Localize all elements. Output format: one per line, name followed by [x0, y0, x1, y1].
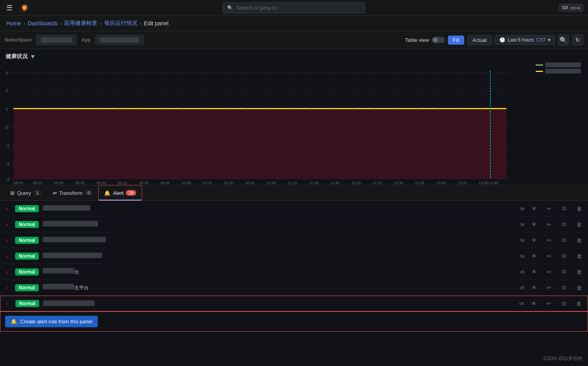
svg-text:09:45: 09:45 [160, 181, 170, 185]
table-view-switch[interactable] [432, 37, 445, 43]
copy-button[interactable]: ⧉ [558, 298, 569, 309]
breadcrumb-sep1: › [23, 20, 25, 26]
delete-button[interactable]: 🗑 [574, 235, 585, 246]
filter-bar: NameSpace App Table view Fill Actual 🕐 L… [0, 31, 588, 49]
view-button[interactable]: 👁 [529, 235, 540, 246]
health-icon: ♥ [31, 53, 35, 60]
table-view-toggle[interactable]: Table view [405, 37, 445, 43]
breadcrumb-project-status[interactable]: 项目运行情况 [104, 20, 137, 27]
expand-button[interactable]: › [3, 253, 11, 259]
expand-button[interactable]: › [4, 301, 11, 306]
svg-text:10:15: 10:15 [203, 181, 212, 185]
namespace-filter[interactable] [36, 35, 77, 45]
view-button[interactable]: 👁 [529, 203, 540, 214]
svg-text:11:45: 11:45 [330, 181, 340, 185]
breadcrumb-home[interactable]: Home [6, 20, 21, 26]
tab-alert-badge: 29 [126, 190, 136, 196]
edit-button[interactable]: ✏ [544, 203, 555, 214]
svg-text:11:15: 11:15 [288, 181, 297, 185]
search-bar[interactable]: 🔍 Search or jump to... [223, 2, 365, 13]
alert-name [43, 205, 509, 212]
breadcrumb-dashboards[interactable]: Dashboards [28, 20, 58, 26]
copy-button[interactable]: ⧉ [559, 235, 570, 246]
expand-button[interactable]: › [3, 222, 11, 227]
delete-button[interactable]: 🗑 [574, 266, 585, 277]
svg-text:09:00: 09:00 [97, 181, 106, 185]
chart-title-row: 健康状况 ♥ [6, 53, 582, 60]
svg-text:10:00: 10:00 [181, 181, 191, 185]
keyboard-shortcut: ⌨ ctrl+k [559, 4, 583, 11]
chart-area: 健康状况 ♥ 3 2 1 0 -1 -2 -3 [0, 49, 588, 185]
edit-button[interactable]: ✏ [544, 251, 555, 262]
view-button[interactable]: 👁 [529, 282, 540, 293]
copy-button[interactable]: ⧉ [559, 282, 570, 293]
svg-text:08:30: 08:30 [54, 181, 64, 185]
breadcrumb-sep2: › [60, 20, 62, 26]
svg-point-1 [23, 6, 26, 9]
refresh-button[interactable]: ↻ [572, 34, 583, 45]
bell-outline-icon: 🔔 [11, 319, 17, 324]
alert-row: › Normal ok 👁 ✏ ⧉ 🗑 [0, 217, 588, 232]
fill-button[interactable]: Fill [448, 36, 464, 45]
expand-button[interactable]: › [3, 285, 11, 291]
copy-button[interactable]: ⧉ [559, 219, 570, 230]
edit-button[interactable]: ✏ [543, 298, 554, 309]
expand-button[interactable]: › [3, 269, 11, 275]
table-view-label: Table view [405, 37, 429, 43]
delete-button[interactable]: 🗑 [574, 251, 585, 262]
chart-container: 3 2 1 0 -1 -2 -3 [6, 62, 582, 185]
svg-text:13:15: 13:15 [457, 181, 467, 185]
svg-text:08:00: 08:00 [13, 181, 23, 185]
copy-button[interactable]: ⧉ [559, 266, 570, 277]
svg-text:11:00: 11:00 [266, 181, 276, 185]
svg-text:1: 1 [6, 107, 8, 111]
tab-transform[interactable]: ⇌ Transform 0 [47, 185, 99, 201]
tabs-bar: ⊞ Query 1 ⇌ Transform 0 🔔 Alert 29 [0, 185, 588, 201]
app-label: App [82, 37, 91, 43]
delete-button[interactable]: 🗑 [574, 282, 585, 293]
edit-button[interactable]: ✏ [544, 219, 555, 230]
alert-name [43, 253, 509, 259]
svg-text:0: 0 [6, 125, 8, 130]
tab-alert[interactable]: 🔔 Alert 29 [98, 185, 142, 201]
svg-text:08:45: 08:45 [75, 181, 85, 185]
time-range-picker[interactable]: 🕐 Last 6 hours CST ▾ [495, 35, 555, 45]
edit-button[interactable]: ✏ [544, 235, 555, 246]
zoom-out-icon: 🔍 [560, 36, 567, 44]
edit-button[interactable]: ✏ [544, 266, 555, 277]
svg-text:2: 2 [6, 88, 8, 93]
delete-button[interactable]: 🗑 [574, 203, 585, 214]
view-button[interactable]: 👁 [529, 251, 540, 262]
delete-button[interactable]: 🗑 [574, 219, 585, 230]
database-icon: ⊞ [10, 190, 15, 196]
view-button[interactable]: 👁 [529, 219, 540, 230]
status-badge: Normal [15, 237, 39, 244]
alert-name [43, 300, 508, 307]
app-filter[interactable] [95, 35, 144, 45]
create-alert-button[interactable]: 🔔 Create alert rule from this panel [5, 316, 98, 327]
edit-button[interactable]: ✏ [544, 282, 555, 293]
view-button[interactable]: 👁 [528, 298, 539, 309]
view-button[interactable]: 👁 [529, 266, 540, 277]
topbar: ☰ 🔍 Search or jump to... ⌨ ctrl+k [0, 0, 588, 16]
status-badge: Normal [15, 221, 39, 228]
menu-button[interactable]: ☰ [5, 2, 14, 14]
tab-alert-label: Alert [113, 190, 123, 196]
tab-query[interactable]: ⊞ Query 1 [5, 185, 47, 201]
alert-ok-status: ok [513, 222, 525, 227]
alert-row: › Normal 台 ok 👁 ✏ ⧉ 🗑 [0, 264, 588, 280]
svg-text:-3: -3 [6, 177, 9, 182]
alert-row: › Normal ok 👁 ✏ ⧉ 🗑 [0, 248, 588, 264]
delete-button[interactable]: 🗑 [573, 298, 584, 309]
svg-text:09:15: 09:15 [118, 181, 127, 185]
alert-name [43, 237, 509, 243]
chart-title: 健康状况 [6, 53, 28, 60]
svg-text:13:45: 13:45 [489, 181, 498, 185]
copy-button[interactable]: ⧉ [559, 251, 570, 262]
breadcrumb-app-health[interactable]: 应用健康检查 [64, 20, 97, 27]
zoom-out-button[interactable]: 🔍 [558, 34, 569, 45]
expand-button[interactable]: › [3, 238, 11, 243]
expand-button[interactable]: › [3, 206, 11, 211]
copy-button[interactable]: ⧉ [559, 203, 570, 214]
actual-button[interactable]: Actual [467, 35, 492, 45]
